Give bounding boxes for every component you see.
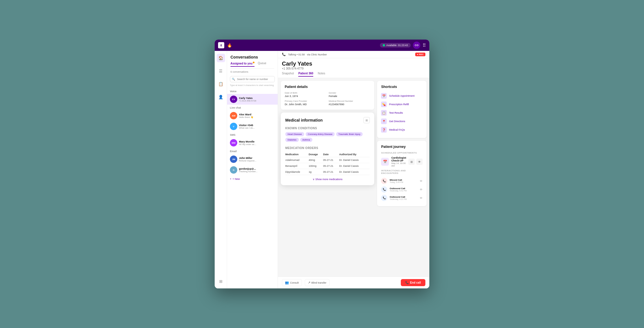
conv-item-carly-yates[interactable]: CY Carly Yates +1 814-458-5728 (227, 94, 278, 105)
section-email: Email (227, 148, 278, 154)
col-auth: Authorized By (339, 152, 370, 157)
shortcuts-title: Shortcuts (381, 85, 423, 89)
appointments-label: SCHEDULED APPOINTMENTS (381, 152, 423, 154)
sidebar-icon-list[interactable]: ☰ (217, 67, 225, 75)
shortcut-prescription[interactable]: 💊 Prescription Refill (381, 100, 423, 109)
schedule-label: Schedule Appointment (389, 94, 414, 97)
alex-ward-preview: Hello there 👋 (239, 116, 275, 118)
main-layout: 🏠 ☰ 📋 👤 ⊞ Conversations Assigned to you … (215, 51, 429, 288)
condition-diabetes: Diabetes (285, 138, 299, 142)
medications-table: Medication Dosage Date Authorized By Ada… (285, 152, 370, 175)
patient-phone: +1 305-574-4779 (282, 67, 425, 70)
search-input[interactable] (230, 76, 275, 82)
shortcut-results[interactable]: 📋 Test Results (381, 109, 423, 117)
missed-call-view[interactable]: 👁 (420, 180, 423, 183)
end-call-button[interactable]: 📞 End call (401, 279, 425, 286)
conv-item-gordon[interactable]: G gordonjcp@... Tracking number... (227, 165, 278, 175)
condition-heart-disease: Heart Disease (285, 132, 304, 136)
patient-details-card: Patient details Date of Birth Jun 3, 197… (281, 81, 374, 110)
patient-name: Carly Yates (282, 61, 425, 67)
appointment-name: Cardiologist Check-UP (391, 156, 406, 162)
search-box: 🔍 (230, 76, 275, 82)
tab-snapshot[interactable]: Snapshot (282, 72, 294, 77)
alex-ward-name: Alex Ward (239, 113, 275, 116)
patient-journey-card: Patient journey SCHEDULED APPOINTMENTS 📅… (377, 141, 427, 206)
sidebar-icon-clipboard[interactable]: 📋 (217, 80, 225, 88)
sidebar-icon-grid[interactable]: ⊞ (217, 277, 225, 286)
gordon-info: gordonjcp@... Tracking number... (239, 167, 275, 173)
sidebar-icon-home[interactable]: 🏠 (217, 54, 225, 62)
sidebar-icon-user[interactable]: 👤 (217, 93, 225, 101)
patient-journey-title: Patient journey (381, 145, 423, 149)
med-date-1: 05-27-21 (323, 163, 339, 169)
patient-tabs: Snapshot Patient 360 Notes (282, 72, 425, 77)
pcp-label: Primary Care Provider (285, 100, 327, 102)
consult-button[interactable]: 👥 Consult (282, 279, 302, 286)
appointment-view-button[interactable]: 👁 (416, 159, 423, 165)
tab-notes[interactable]: Notes (318, 72, 325, 77)
shortcut-directions[interactable]: 📍 Get Directions (381, 117, 423, 126)
conv-item-visitor[interactable]: V Visitor #345 What can I do... (227, 121, 278, 132)
appointment-info: Cardiologist Check-UP May 14, 10:30 AM (391, 156, 406, 167)
appointment-edit-button[interactable]: ⊞ (408, 159, 415, 165)
assigned-badge (253, 62, 254, 63)
conv-item-john-miller[interactable]: JM John Miller Refund request... (227, 154, 278, 165)
col-date: Date (323, 152, 339, 157)
conv-item-mary[interactable]: MM Mary Morelle Hi! My order se... (227, 137, 278, 148)
consult-icon: 👥 (285, 281, 289, 284)
tab-assigned-to-you[interactable]: Assigned to you (230, 62, 254, 67)
app-icon[interactable]: it (218, 42, 224, 48)
grid-icon[interactable]: ⠿ (423, 43, 426, 48)
med-auth-1: Dr. Daniel Cassis (339, 163, 370, 169)
john-miller-preview: Refund request... (239, 159, 275, 162)
med-date-0: 05-27-21 (323, 157, 339, 163)
sidebar-bottom: ⊞ (217, 277, 225, 286)
add-conversation-button[interactable]: + + New (230, 178, 275, 180)
shortcut-schedule[interactable]: 📅 Schedule Appointment (381, 92, 423, 100)
med-name-0: Adalimumad (285, 157, 309, 163)
add-label: + New (232, 178, 240, 180)
content-grid: Patient details Date of Birth Jun 3, 197… (278, 78, 429, 277)
status-dot (383, 44, 385, 46)
med-dosage-1: 100mg (309, 163, 323, 169)
status-pill[interactable]: Available 01:23:43 (380, 43, 411, 48)
detail-grid: Date of Birth Jun 3, 1974 Gender Female … (285, 92, 370, 106)
med-auth-0: Dr. Daniel Cassis (339, 157, 370, 163)
status-time: 01:23:43 (398, 44, 408, 47)
shortcut-faqs[interactable]: ❓ Medical FAQs (381, 126, 423, 134)
avatar-visitor: V (230, 123, 237, 130)
medical-expand-icon[interactable]: ⊞ (364, 117, 370, 123)
medical-info-card: Medical information ⊞ KNOWN CONDITIONS H… (281, 113, 374, 185)
outbound-call-icon-1: 📞 (381, 186, 387, 193)
show-more-medications[interactable]: ∨ Show more medications (285, 178, 370, 181)
search-hint: Type at least 3 characters to start sear… (227, 83, 278, 88)
interaction-outbound-2: 📞 Outbound Call Yesterday, 4:21 PM 👁 (381, 194, 423, 202)
gender-value: Female (329, 95, 371, 98)
tab-patient360[interactable]: Patient 360 (298, 72, 313, 77)
left-column: Patient details Date of Birth Jun 3, 197… (281, 81, 374, 274)
conv-item-alex-ward[interactable]: AW Alex Ward Hello there 👋 (227, 110, 278, 121)
condition-coronary: Coronary Artery Disease (306, 132, 335, 136)
john-miller-name: John Miller (239, 157, 275, 159)
blind-transfer-button[interactable]: ↗ Blind transfer (305, 279, 330, 286)
mrn-value: #1234567890 (329, 103, 371, 106)
patient-details-title: Patient details (285, 85, 370, 89)
plus-icon: + (230, 178, 231, 180)
shortcuts-card: Shortcuts 📅 Schedule Appointment 💊 Presc… (377, 81, 427, 138)
tab-queue[interactable]: Queue (258, 62, 266, 67)
outbound-call-info-1: Outbound Call Yesterday, 5:41 PM (390, 187, 417, 192)
mary-name: Mary Morelle (239, 140, 275, 143)
consult-label: Consult (290, 281, 299, 284)
conversations-panel: Conversations Assigned to you Queue 6 co… (227, 51, 278, 288)
med-dosage-0: 40mg (309, 157, 323, 163)
outbound-call-name-2: Outbound Call (390, 196, 417, 198)
outbound-call-view-1[interactable]: 👁 (420, 188, 423, 191)
user-avatar[interactable]: CO (413, 42, 420, 49)
outbound-call-view-2[interactable]: 👁 (420, 197, 423, 200)
call-bar: 📞 Talking • 01:58 via Clinic Number ● RE… (278, 51, 429, 58)
missed-call-info: Missed Call Today, 5:45 PM (390, 179, 417, 183)
mary-preview: Hi! My order se... (239, 143, 275, 146)
medications-label: MEDICATION ORDERS (285, 146, 370, 150)
section-live-chat: Live chat (227, 105, 278, 110)
faqs-label: Medical FAQs (389, 128, 405, 131)
